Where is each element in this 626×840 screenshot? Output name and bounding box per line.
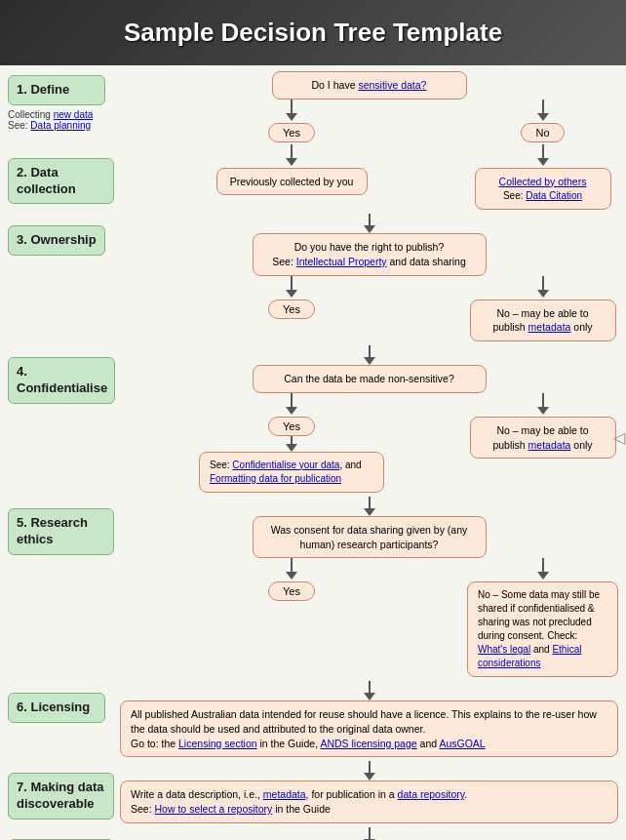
discoverable-box: Write a data description, i.e., metadata… [120, 780, 618, 822]
section-data-collection: 2. Data collection Previously collected … [8, 144, 618, 211]
data-repo-link[interactable]: data repository [398, 788, 465, 800]
conf-no-arrow [480, 393, 606, 417]
side-arrow-indicator: ◁ [613, 426, 625, 448]
publishing-top-arrow [340, 827, 399, 840]
svg-marker-23 [364, 508, 375, 516]
conf-yes-box: See: Confidentialise your data, and Form… [199, 452, 384, 493]
ownership-no-branch: No – may be able to publish metadata onl… [467, 276, 618, 341]
svg-marker-1 [286, 113, 297, 121]
yes-pill: Yes [268, 123, 315, 142]
ownership-label-col: 3. Ownership [8, 214, 120, 256]
conf-data-link[interactable]: Confidentialise your data [232, 460, 339, 470]
data-planning-link[interactable]: Data planning [30, 120, 91, 131]
collected-by-others-box: Collected by others See: Data Citation [475, 168, 611, 211]
section-discoverable: 7. Making data discoverable Write a data… [8, 761, 618, 822]
research-yes-branch: Yes [120, 558, 463, 601]
label-ownership: 3. Ownership [8, 225, 105, 256]
q1-branches: Yes No [120, 100, 618, 142]
new-data-link[interactable]: new data [54, 109, 94, 120]
conf-branches: Yes See: Confidentialise your data, and … [120, 393, 618, 493]
conf-yes-pill: Yes [268, 417, 315, 436]
research-no-box: No – Some data may still be shared if co… [467, 581, 618, 677]
research-label-col: 5. Research ethics [8, 497, 120, 555]
confidentialise-flow: Can the data be made non-sensitive? Yes [120, 345, 618, 493]
label-licensing: 6. Licensing [8, 693, 105, 723]
section-licensing: 6. Licensing All published Australian da… [8, 681, 618, 757]
collection-flow: Previously collected by you Collected by… [120, 144, 618, 211]
sensitive-data-link[interactable]: sensitive data? [358, 79, 426, 91]
svg-marker-7 [537, 158, 549, 166]
svg-marker-31 [364, 773, 375, 780]
ausgoal-link[interactable]: AusGOAL [439, 738, 485, 749]
label-discoverable: 7. Making data discoverable [8, 773, 114, 820]
confidentialise-label-col: 4. Confidentialise [8, 345, 120, 404]
ownership-yes-branch: Yes [120, 276, 463, 319]
page-header: Sample Decision Tree Template [0, 0, 626, 65]
svg-marker-9 [364, 225, 375, 233]
conf-no-branch: No – may be able to publish metadata onl… [467, 393, 618, 459]
research-no-branch: No – Some data may still be shared if co… [467, 558, 618, 677]
licensing-label-col: 6. Licensing [8, 681, 120, 723]
previously-collected-branch: Previously collected by you [120, 144, 463, 196]
ownership-yes-arrow [262, 276, 321, 300]
metadata-link-ownership[interactable]: metadata [528, 321, 571, 333]
q1-box: Do I have sensitive data? [272, 71, 467, 100]
whats-legal-link[interactable]: What's legal [478, 644, 530, 655]
label-research: 5. Research ethics [8, 508, 114, 555]
page-body: 1. Define Collecting new data See: Data … [0, 65, 626, 840]
section-confidentialise: 4. Confidentialise Can the data be made … [8, 345, 618, 493]
page-title: Sample Decision Tree Template [10, 18, 616, 48]
research-q-box: Was consent for data sharing given by (a… [253, 516, 487, 558]
page-wrapper: Sample Decision Tree Template 1. Define … [0, 0, 626, 840]
metadata-link-disc[interactable]: metadata [263, 788, 306, 800]
research-top-arrow [340, 497, 399, 516]
svg-marker-21 [537, 407, 549, 415]
svg-marker-11 [286, 290, 297, 298]
svg-marker-27 [537, 572, 549, 580]
formatting-link[interactable]: Formatting data for publication [210, 473, 341, 484]
svg-marker-5 [286, 158, 297, 166]
svg-marker-25 [286, 572, 297, 580]
discoverable-top-arrow [340, 761, 399, 780]
section-ownership: 3. Ownership Do you have the right to pu… [8, 214, 618, 341]
metadata-link-conf[interactable]: metadata [528, 439, 571, 451]
publishing-label-col: 8. Publishing and sharing data [8, 827, 120, 840]
discoverable-label-col: 7. Making data discoverable [8, 761, 120, 820]
ownership-q-box: Do you have the right to publish? See: I… [253, 233, 487, 275]
conf-q-box: Can the data be made non-sensitive? [253, 365, 487, 393]
licensing-flow: All published Australian data intended f… [120, 681, 618, 757]
branch-no: No [467, 100, 618, 142]
ownership-flow: Do you have the right to publish? See: I… [120, 214, 618, 341]
yes-arrow-svg [262, 100, 321, 123]
svg-marker-13 [537, 290, 549, 298]
discoverable-flow: Write a data description, i.e., metadata… [120, 761, 618, 822]
how-to-select-link[interactable]: How to select a repository [155, 803, 273, 815]
section-publishing: 8. Publishing and sharing data Publish m… [8, 827, 618, 840]
ownership-yes-pill: Yes [268, 300, 315, 319]
ands-link[interactable]: ANDS licensing page [320, 738, 416, 749]
collected-by-others-link[interactable]: Collected by others [499, 176, 587, 187]
licensing-box: All published Australian data intended f… [120, 700, 618, 757]
svg-marker-3 [537, 113, 549, 121]
licensing-top-arrow [340, 681, 399, 700]
research-no-arrow [480, 558, 606, 581]
conf-yes-branch: Yes See: Confidentialise your data, and … [120, 393, 463, 493]
research-flow: Was consent for data sharing given by (a… [120, 497, 618, 677]
new-data-note: Collecting new data See: Data planning [8, 109, 93, 131]
licensing-section-link[interactable]: Licensing section [178, 738, 257, 749]
conf-yes-arrow [262, 393, 321, 417]
section-define: 1. Define Collecting new data See: Data … [8, 71, 618, 142]
prev-arrow [262, 144, 321, 168]
define-label-col: 1. Define Collecting new data See: Data … [8, 71, 120, 131]
research-yes-pill: Yes [268, 581, 315, 601]
previously-collected-box: Previously collected by you [216, 168, 368, 196]
ip-link[interactable]: Intellectual Property [296, 256, 387, 267]
research-branches: Yes No – Some data may still be shared i… [120, 558, 618, 677]
publishing-flow: Publish metadata and data? Or metadata o… [120, 827, 618, 840]
data-citation-link[interactable]: Data Citation [526, 190, 582, 201]
conf-top-arrow [340, 345, 399, 365]
others-arrow [480, 144, 606, 168]
ownership-no-box: No – may be able to publish metadata onl… [470, 300, 616, 341]
branch-yes: Yes [120, 100, 463, 142]
label-confidentialise: 4. Confidentialise [8, 357, 115, 404]
